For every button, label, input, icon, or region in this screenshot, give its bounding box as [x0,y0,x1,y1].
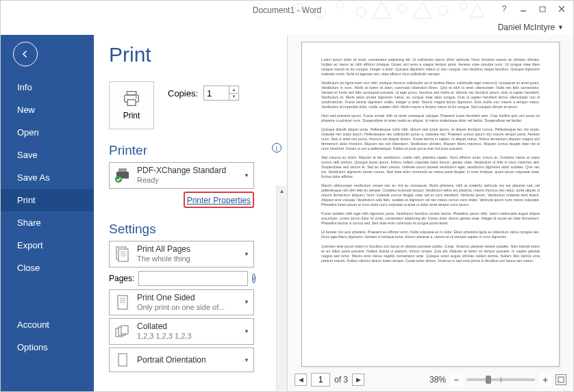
printer-properties-highlight: Printer Properties [184,192,254,208]
print-panel: Print Print Copies: [94,35,287,391]
scroll-up[interactable]: ▲ [277,185,287,196]
page-total: of 3 [334,375,348,384]
print-button-label: Print [123,111,140,120]
zoom-in-button[interactable]: + [539,374,551,386]
help-button[interactable]: ? [495,2,513,16]
printer-properties-link[interactable]: Printer Properties [187,196,251,205]
printer-dropdown[interactable]: PDF-XChange Standard Ready ▼ [109,162,254,189]
svg-marker-6 [413,2,432,18]
chevron-down-icon: ▼ [244,251,249,257]
svg-rect-22 [118,249,128,261]
prev-page-button[interactable]: ◀ [295,374,307,386]
pages-icon [114,245,132,263]
sidebar-item-new[interactable]: New [1,99,94,121]
collated-icon [114,323,132,341]
svg-rect-16 [127,100,136,106]
fit-page-button[interactable] [556,374,566,385]
svg-rect-32 [121,326,128,334]
user-row[interactable]: Daniel McIntyre ▼ [1,20,573,35]
pages-info-icon[interactable]: i [252,274,255,283]
svg-point-17 [136,96,137,98]
close-button[interactable] [553,2,571,16]
chevron-down-icon: ▼ [244,299,249,305]
zoom-out-button[interactable]: − [450,374,462,386]
sides-dropdown[interactable]: Print One Sided Only print on one side o… [109,289,254,316]
print-preview: Lorem ipsum dolor sit amet, consectetur … [287,35,573,391]
sidebar-item-account[interactable]: Account [1,313,94,336]
panel-scrollbar[interactable]: ▲ [276,185,287,391]
pages-label: Pages: [109,274,134,283]
window-title: Document1 - Word [253,5,321,15]
sidebar-item-share[interactable]: Share [1,211,94,234]
sidebar-item-options[interactable]: Options [1,336,94,358]
sidebar-item-export[interactable]: Export [1,234,94,257]
printer-ready-icon [114,166,132,184]
preview-page: Lorem ipsum dolor sit amet, consectetur … [301,42,560,367]
next-page-button[interactable]: ▶ [352,374,364,386]
sidebar-item-save[interactable]: Save [1,144,94,166]
chevron-down-icon: ▼ [244,328,249,335]
portrait-icon [114,351,132,369]
printer-icon [122,90,141,107]
zoom-value: 38% [429,375,446,384]
orientation-dropdown[interactable]: Portrait Orientation ▼ [109,348,254,372]
printer-heading: Printer i [109,143,282,158]
sidebar-item-saveas[interactable]: Save As [1,166,94,189]
titlebar: Document1 - Word ? [1,1,573,20]
copies-down[interactable]: ▼ [229,94,238,101]
restore-button[interactable] [534,2,551,16]
svg-marker-9 [471,3,484,17]
pages-input[interactable] [138,271,248,286]
chevron-down-icon: ▼ [244,357,249,363]
svg-point-3 [356,7,366,16]
printer-name: PDF-XChange Standard [137,166,238,176]
copies-input[interactable] [204,86,229,100]
svg-rect-33 [118,354,127,366]
page-title: Print [109,43,282,66]
back-button[interactable] [13,42,38,66]
svg-point-5 [398,5,406,13]
backstage-sidebar: Info New Open Save Save As Print Share E… [1,35,94,391]
preview-footer: ◀ of 3 ▶ 38% − + [295,371,566,389]
svg-marker-4 [372,2,391,18]
settings-heading: Settings [109,222,282,237]
print-scope-dropdown[interactable]: Print All Pages The whole thing ▼ [109,241,254,267]
svg-point-2 [337,1,344,8]
sidebar-item-open[interactable]: Open [1,121,94,144]
printer-status: Ready [137,176,238,185]
svg-point-20 [115,176,122,183]
printer-info-icon[interactable]: i [272,143,282,153]
sidebar-item-print[interactable]: Print [1,189,94,211]
svg-rect-34 [558,377,564,382]
one-sided-icon [114,293,132,311]
zoom-slider[interactable] [466,378,535,381]
page-number-input[interactable] [311,373,330,387]
svg-rect-19 [118,168,127,172]
copies-stepper[interactable]: ▲ ▼ [203,86,239,101]
sidebar-item-info[interactable]: Info [1,76,94,99]
chevron-down-icon: ▼ [244,172,249,179]
svg-point-8 [460,3,467,10]
copies-up[interactable]: ▲ [229,86,238,94]
svg-rect-11 [540,7,545,12]
svg-point-7 [438,5,448,15]
copies-label: Copies: [168,88,198,99]
collate-dropdown[interactable]: Collated 1,2,3 1,2,3 1,2,3 ▼ [109,318,254,345]
user-name: Daniel McIntyre [498,23,555,32]
print-button[interactable]: Print [109,81,154,129]
sidebar-item-close[interactable]: Close [1,257,94,279]
svg-rect-14 [127,92,136,95]
chevron-down-icon: ▼ [558,24,564,31]
minimize-button[interactable] [514,2,532,16]
